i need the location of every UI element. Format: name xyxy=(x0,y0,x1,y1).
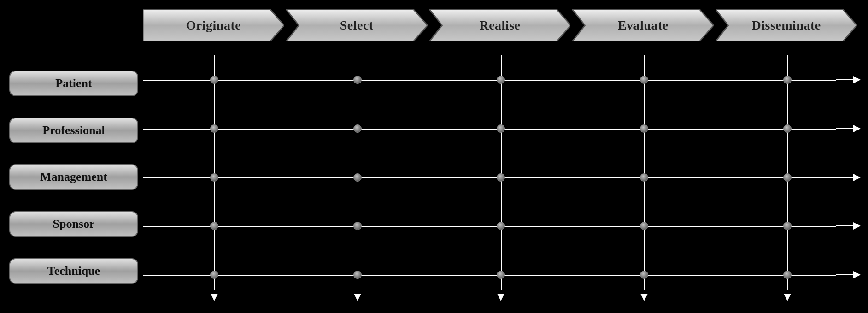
arrow-right-2 xyxy=(853,174,861,181)
header-row: OriginateSelectRealiseEvaluateDisseminat… xyxy=(143,5,859,46)
row-pill-technique: Technique xyxy=(9,258,138,284)
dot-r4-c2 xyxy=(497,271,505,279)
arrow-right-4 xyxy=(853,271,861,278)
rows-area: PatientProfessionalManagementSponsorTech… xyxy=(9,55,138,299)
dot-r1-c1 xyxy=(353,124,362,133)
dot-r3-c3 xyxy=(640,222,648,230)
arrow-down-1 xyxy=(354,294,361,301)
row-arrow-ext-0 xyxy=(836,79,854,80)
arrow-right-0 xyxy=(853,76,861,83)
row-label-management: Management xyxy=(40,170,107,184)
dot-r0-c2 xyxy=(497,76,505,84)
v-line-1 xyxy=(358,55,358,290)
dot-r1-c2 xyxy=(497,124,505,133)
h-line-0 xyxy=(143,80,836,81)
arrow-label-select: Select xyxy=(340,18,374,33)
arrow-label-originate: Originate xyxy=(186,18,241,33)
row-pill-patient: Patient xyxy=(9,71,138,96)
h-line-2 xyxy=(143,177,836,178)
row-label-professional: Professional xyxy=(42,124,105,137)
row-arrow-ext-1 xyxy=(836,128,854,129)
dot-r0-c4 xyxy=(783,76,792,84)
row-arrow-ext-3 xyxy=(836,225,854,226)
row-arrow-ext-2 xyxy=(836,177,854,178)
arrow-shape-originate: Originate xyxy=(143,9,284,41)
arrow-shape-evaluate: Evaluate xyxy=(572,9,714,41)
v-line-2 xyxy=(501,55,502,290)
dot-r0-c3 xyxy=(640,76,648,84)
dot-r2-c1 xyxy=(353,173,362,182)
arrow-label-evaluate: Evaluate xyxy=(618,18,669,33)
dot-r2-c3 xyxy=(640,173,648,182)
dot-r1-c3 xyxy=(640,124,648,133)
dot-r3-c1 xyxy=(353,222,362,230)
h-line-3 xyxy=(143,226,836,227)
grid-area xyxy=(143,55,859,299)
arrow-down-3 xyxy=(640,294,648,301)
v-line-0 xyxy=(214,55,215,290)
arrow-label-realise: Realise xyxy=(479,18,520,33)
diagram-container: OriginateSelectRealiseEvaluateDisseminat… xyxy=(0,0,868,313)
arrow-down-0 xyxy=(211,294,218,301)
dot-r0-c1 xyxy=(353,76,362,84)
dot-r2-c4 xyxy=(783,173,792,182)
dot-r4-c4 xyxy=(783,271,792,279)
dot-r3-c4 xyxy=(783,222,792,230)
dot-r1-c0 xyxy=(210,124,218,133)
dot-r3-c2 xyxy=(497,222,505,230)
dot-r2-c0 xyxy=(210,173,218,182)
dot-r1-c4 xyxy=(783,124,792,133)
row-pill-management: Management xyxy=(9,164,138,190)
row-label-technique: Technique xyxy=(47,264,100,278)
dot-r4-c0 xyxy=(210,271,218,279)
row-pill-professional: Professional xyxy=(9,118,138,143)
arrow-shape-realise: Realise xyxy=(429,9,571,41)
arrow-right-1 xyxy=(853,125,861,132)
dot-r2-c2 xyxy=(497,173,505,182)
arrow-down-4 xyxy=(784,294,791,301)
arrow-down-2 xyxy=(497,294,504,301)
h-line-1 xyxy=(143,129,836,130)
row-pill-sponsor: Sponsor xyxy=(9,211,138,237)
row-label-sponsor: Sponsor xyxy=(53,217,94,231)
dot-r4-c1 xyxy=(353,271,362,279)
row-arrow-ext-4 xyxy=(836,274,854,275)
arrow-shape-select: Select xyxy=(286,9,428,41)
arrow-right-3 xyxy=(853,222,861,230)
arrow-label-disseminate: Disseminate xyxy=(752,18,821,33)
dot-r0-c0 xyxy=(210,76,218,84)
h-line-4 xyxy=(143,275,836,276)
v-line-3 xyxy=(644,55,645,290)
dot-r4-c3 xyxy=(640,271,648,279)
arrow-shape-disseminate: Disseminate xyxy=(716,9,857,41)
v-line-4 xyxy=(787,55,788,290)
row-label-patient: Patient xyxy=(55,77,92,90)
dot-r3-c0 xyxy=(210,222,218,230)
